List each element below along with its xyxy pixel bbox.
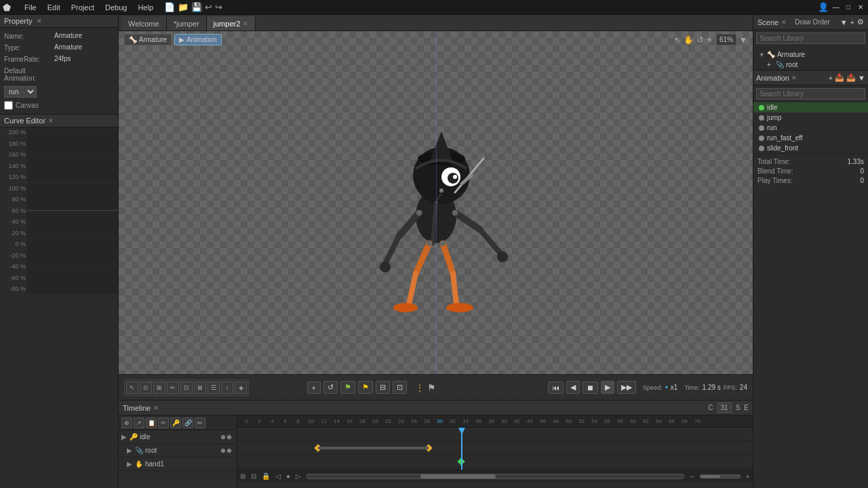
add-keyframe-button[interactable]: + — [307, 382, 321, 394]
tool-btn-4[interactable]: ✏ — [167, 382, 179, 394]
frame-start-flag[interactable]: ⚑ — [340, 381, 355, 394]
tool-btn-3[interactable]: ⊞ — [153, 382, 165, 394]
tool-btn-8[interactable]: ↕ — [221, 382, 233, 394]
tl-tool-5[interactable]: 🔑 — [170, 418, 181, 428]
play-next-button[interactable]: ▶▶ — [617, 381, 636, 394]
tl-dot-idle-1[interactable] — [221, 435, 225, 439]
tl-expand-icon-idle[interactable]: ▶ — [121, 433, 130, 441]
vp-animation-btn[interactable]: ▶ Animation — [174, 34, 221, 45]
tl-tool-1[interactable]: ⊕ — [121, 418, 132, 428]
play-button[interactable]: ▶ — [601, 381, 614, 394]
anim-import-icon[interactable]: 📥 — [835, 73, 844, 82]
loop-btn[interactable]: ⊟ — [376, 381, 390, 394]
scene-add-icon[interactable]: + — [850, 18, 854, 26]
anim-filter-icon[interactable]: ▼ — [858, 74, 865, 82]
scene-item-root[interactable]: + 📎 root — [764, 60, 865, 70]
tab-jumper[interactable]: *jumper — [167, 16, 207, 30]
tl-dot-idle-2[interactable] — [227, 435, 231, 439]
timeline-close-icon[interactable]: ✕ — [153, 405, 159, 411]
toolbar-redo[interactable]: ↪ — [215, 2, 222, 12]
default-animation-select[interactable]: run idle jump — [4, 86, 37, 98]
canvas-checkbox[interactable] — [4, 101, 13, 110]
toolbar-new[interactable]: 📄 — [164, 2, 175, 12]
menu-project[interactable]: Project — [66, 2, 100, 13]
tl-zoom-slider[interactable] — [700, 474, 741, 479]
scene-close-icon[interactable]: ✕ — [781, 19, 787, 26]
scene-item-armature[interactable]: ▼ 🦴 Armature — [756, 49, 865, 60]
anim-add-icon[interactable]: + — [829, 74, 833, 82]
tool-btn-1[interactable]: ↖ — [126, 382, 138, 394]
tl-expand-icon-root[interactable]: ▶ — [127, 447, 135, 454]
scene-settings-icon[interactable]: ⚙ — [857, 18, 864, 26]
minimize-button[interactable]: — — [831, 3, 841, 12]
tl-bottom-btn-1[interactable]: ⊞ — [240, 472, 245, 480]
tab-welcome[interactable]: Welcome — [121, 16, 167, 30]
tl-tool-4[interactable]: ✂ — [158, 418, 169, 428]
toolbar-undo[interactable]: ↩ — [205, 2, 212, 12]
viewport[interactable]: 🦴 Armature ▶ Animation ↖ ✋ ↺ ☀ 61% ▼ — [119, 31, 753, 400]
timeline-scrollbar[interactable] — [307, 474, 684, 479]
anim-export-icon[interactable]: 📤 — [846, 73, 856, 82]
play-first-button[interactable]: ⏮ — [548, 382, 564, 394]
toolbar-save[interactable]: 💾 — [191, 2, 202, 12]
scene-filter-icon[interactable]: ▼ — [840, 18, 848, 26]
tl-scroll-plus[interactable]: + — [746, 472, 750, 481]
tool-btn-9[interactable]: ◈ — [235, 382, 247, 394]
viewport-icon-rotate[interactable]: ↺ — [696, 35, 703, 45]
vp-armature-btn[interactable]: 🦴 Armature — [124, 34, 172, 45]
tl-bottom-btn-4[interactable]: ◁ — [275, 472, 281, 480]
anim-item-jump[interactable]: jump — [753, 113, 868, 123]
tl-expand-icon-hand1[interactable]: ▶ — [127, 460, 135, 468]
curve-editor-close-icon[interactable]: ✕ — [48, 117, 54, 124]
tab-jumper2-close-icon[interactable]: ✕ — [243, 20, 248, 27]
menu-help[interactable]: Help — [132, 2, 159, 13]
anim-item-idle[interactable]: idle — [753, 102, 868, 113]
tl-dot-root-1[interactable] — [221, 449, 225, 453]
tab-jumper2[interactable]: jumper2 ✕ — [207, 16, 256, 30]
timeline-playhead[interactable] — [461, 428, 462, 470]
tl-tool-7[interactable]: ✏ — [195, 418, 205, 428]
refresh-button[interactable]: ↺ — [323, 381, 338, 394]
menu-edit[interactable]: Edit — [42, 2, 66, 13]
tl-dot-root-2[interactable] — [227, 449, 231, 453]
settings-icon[interactable]: ⚑ — [427, 382, 436, 393]
stop-button[interactable]: ⏹ — [583, 382, 598, 394]
tool-btn-7[interactable]: ☰ — [208, 382, 220, 394]
tool-btn-2[interactable]: ⊙ — [140, 382, 152, 394]
animation-search-input[interactable] — [756, 88, 865, 100]
frame-end-flag[interactable]: ⚑ — [358, 381, 373, 394]
tl-bottom-btn-3[interactable]: 🔒 — [262, 472, 270, 480]
maximize-button[interactable]: □ — [844, 3, 853, 12]
tl-bottom-btn-5[interactable]: ● — [286, 472, 290, 480]
anim-item-run[interactable]: run — [753, 123, 868, 133]
menu-debug[interactable]: Debug — [100, 2, 132, 13]
viewport-icon-chevron-down[interactable]: ▼ — [739, 35, 747, 45]
toolbar-open[interactable]: 📁 — [178, 2, 189, 12]
animation-close-icon[interactable]: ✕ — [791, 75, 797, 81]
tl-bottom-btn-6[interactable]: ▷ — [296, 472, 301, 480]
tl-tool-6[interactable]: 🔗 — [182, 418, 193, 428]
tool-btn-6[interactable]: ⊠ — [194, 382, 206, 394]
tl-tool-3[interactable]: 📋 — [146, 418, 157, 428]
tl-scroll-minus[interactable]: − — [690, 472, 694, 481]
property-close-icon[interactable]: ✕ — [37, 18, 42, 24]
tl-bottom-btn-2[interactable]: ⊟ — [251, 472, 256, 480]
viewport-icon-move[interactable]: ✋ — [684, 35, 694, 45]
viewport-icon-light[interactable]: ☀ — [706, 35, 713, 45]
anim-item-run-fast-eff[interactable]: run_fast_eff — [753, 133, 868, 143]
tl-tool-2[interactable]: ↗ — [134, 418, 144, 428]
menu-file[interactable]: File — [19, 2, 42, 13]
center-area: Welcome *jumper jumper2 ✕ 🦴 Armature — [119, 15, 753, 488]
viewport-icon-select[interactable]: ↖ — [674, 35, 681, 45]
snap-icon[interactable]: ⋮ — [415, 382, 425, 393]
curve-canvas[interactable] — [27, 127, 118, 293]
scene-search-input[interactable] — [756, 33, 865, 44]
tool-btn-5[interactable]: ⊡ — [180, 382, 193, 394]
tl-frame-value[interactable]: 31 — [717, 403, 732, 413]
close-button[interactable]: ✕ — [856, 3, 865, 12]
draw-order-label[interactable]: Draw Order — [795, 18, 830, 26]
bezier-btn[interactable]: ⊡ — [393, 381, 407, 394]
play-prev-button[interactable]: ◀ — [566, 381, 580, 394]
user-icon[interactable]: 👤 — [818, 2, 829, 12]
anim-item-slide-front[interactable]: slide_front — [753, 143, 868, 153]
